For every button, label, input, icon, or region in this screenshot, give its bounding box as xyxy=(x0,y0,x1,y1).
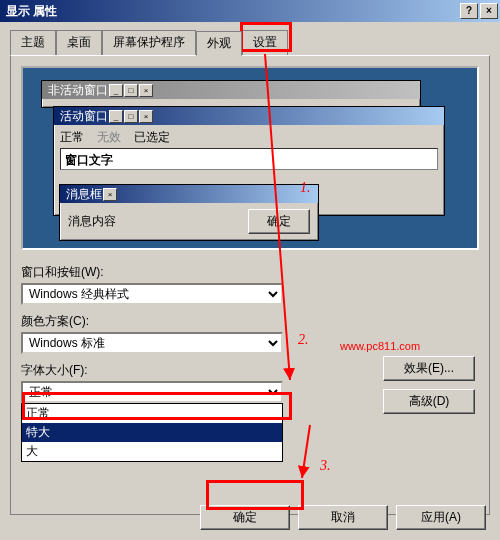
inactive-window-title: 非活动窗口 xyxy=(48,82,108,99)
titlebar: 显示 属性 ? × xyxy=(0,0,500,22)
apply-button[interactable]: 应用(A) xyxy=(396,505,486,530)
close-button[interactable]: × xyxy=(480,3,498,19)
size-select[interactable]: 正常 xyxy=(21,381,283,403)
state-disabled: 无效 xyxy=(97,130,121,144)
tab-theme[interactable]: 主题 xyxy=(10,30,56,55)
maximize-icon: □ xyxy=(124,84,138,97)
window-title: 显示 属性 xyxy=(6,3,57,20)
tab-desktop[interactable]: 桌面 xyxy=(56,30,102,55)
dialog-buttons: 确定 取消 应用(A) xyxy=(200,505,486,530)
msgbox-title: 消息框 xyxy=(66,186,102,203)
size-option-normal[interactable]: 正常 xyxy=(22,404,282,423)
msgbox-ok-button: 确定 xyxy=(248,209,310,234)
scheme-label: 颜色方案(C): xyxy=(21,313,479,330)
tab-screensaver[interactable]: 屏幕保护程序 xyxy=(102,30,196,55)
msgbox-text: 消息内容 xyxy=(68,213,116,230)
style-label: 窗口和按钮(W): xyxy=(21,264,479,281)
scheme-select[interactable]: Windows 标准 xyxy=(21,332,283,354)
close-icon: × xyxy=(103,188,117,201)
state-selected: 已选定 xyxy=(134,130,170,144)
preview-message-box: 消息框 × 消息内容 确定 xyxy=(59,184,319,241)
size-option-large[interactable]: 大 xyxy=(22,442,282,461)
state-normal: 正常 xyxy=(60,130,84,144)
preview-inactive-window: 非活动窗口 _ □ × xyxy=(41,80,421,108)
advanced-button[interactable]: 高级(D) xyxy=(383,389,475,414)
close-icon: × xyxy=(139,110,153,123)
tab-settings[interactable]: 设置 xyxy=(242,30,288,55)
style-select[interactable]: Windows 经典样式 xyxy=(21,283,283,305)
close-icon: × xyxy=(139,84,153,97)
effects-button[interactable]: 效果(E)... xyxy=(383,356,475,381)
preview-area: 非活动窗口 _ □ × 活动窗口 _ □ × 正常 无效 已选定 窗口文字 xyxy=(21,66,479,250)
maximize-icon: □ xyxy=(124,110,138,123)
active-window-title: 活动窗口 xyxy=(60,108,108,125)
watermark-url: www.pc811.com xyxy=(340,340,420,352)
tab-appearance[interactable]: 外观 xyxy=(196,31,242,56)
help-button[interactable]: ? xyxy=(460,3,478,19)
size-dropdown-list[interactable]: 正常 特大 大 xyxy=(21,403,283,462)
minimize-icon: _ xyxy=(109,110,123,123)
tab-bar: 主题 桌面 屏幕保护程序 外观 设置 xyxy=(0,22,500,55)
preview-textbox: 窗口文字 xyxy=(60,148,438,170)
minimize-icon: _ xyxy=(109,84,123,97)
ok-button[interactable]: 确定 xyxy=(200,505,290,530)
cancel-button[interactable]: 取消 xyxy=(298,505,388,530)
size-option-extra-large[interactable]: 特大 xyxy=(22,423,282,442)
appearance-panel: 非活动窗口 _ □ × 活动窗口 _ □ × 正常 无效 已选定 窗口文字 xyxy=(10,55,490,515)
